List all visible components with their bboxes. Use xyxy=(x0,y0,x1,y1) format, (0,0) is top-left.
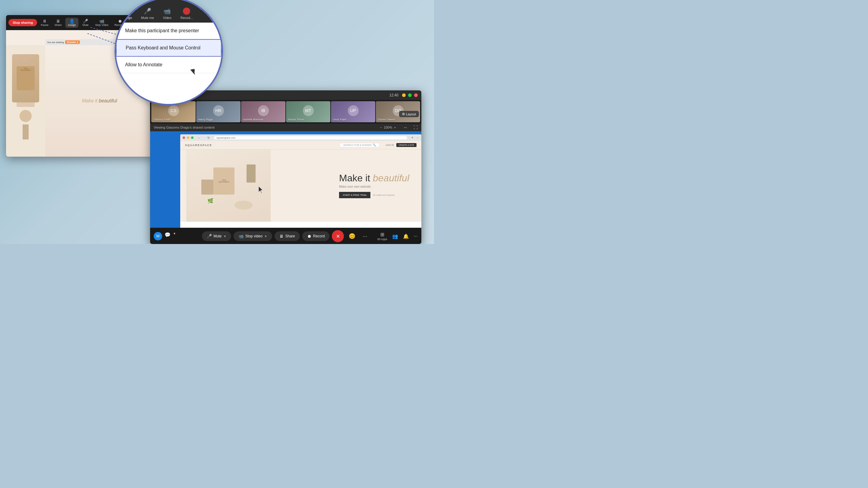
assign-button[interactable]: 👤 Assign xyxy=(65,18,79,28)
maximize-button[interactable] xyxy=(408,93,412,97)
overflow-icon[interactable]: ··· xyxy=(414,233,418,239)
squarespace-content: SQUARESPACE SEARCH FOR A DOMAIN 🔍 LOG IN… xyxy=(180,141,421,222)
assign-icon: 👤 xyxy=(69,19,74,23)
window-controls xyxy=(402,93,418,97)
login-link[interactable]: LOG IN xyxy=(386,144,394,147)
pause-button[interactable]: ⏸ Pause xyxy=(38,18,51,28)
product-image-left: SKINTREATMENT xyxy=(12,54,39,102)
mute-button[interactable]: 🎤 Mute xyxy=(80,18,92,28)
mag-video-label: Video xyxy=(163,16,172,20)
mute-chevron-icon: ▼ xyxy=(223,235,226,238)
product-small xyxy=(201,180,213,195)
webex-bottom-toolbar: W 💬 ▼ 🎤 Mute ▼ 📹 Stop video ▼ 🖥 Share ⏺ … xyxy=(150,228,421,244)
minimize-button[interactable] xyxy=(402,93,406,97)
mag-record-icon xyxy=(183,7,190,15)
squarespace-search[interactable]: SEARCH FOR A DOMAIN 🔍 xyxy=(339,143,379,147)
end-call-button[interactable]: ✕ xyxy=(332,230,344,242)
mute-main-button[interactable]: 🎤 Mute ▼ xyxy=(202,231,231,241)
right-toolbar-icons: ⊞ 83 Apps 👥 🔔 ··· xyxy=(377,232,418,241)
share-icon: 🖥 xyxy=(56,19,60,23)
you-are-sharing-label: You are sharing xyxy=(47,41,64,44)
mag-record-btn[interactable]: Recod... xyxy=(181,7,193,20)
stop-video-main-icon: 📹 xyxy=(239,234,244,238)
stop-video-icon: 📹 xyxy=(99,19,104,23)
record-main-button[interactable]: ⏺ Record xyxy=(302,231,330,241)
mag-cursor xyxy=(190,69,195,76)
make-presenter-item[interactable]: Make this participant the presenter xyxy=(116,23,221,39)
participant-marise[interactable]: MT Marise Torres xyxy=(286,101,330,122)
mag-mute-label: Mute me xyxy=(141,16,154,20)
hero-headline-em: beautiful xyxy=(373,173,409,184)
marise-name: Marise Torres xyxy=(288,118,304,121)
magnifier-menu: Make this participant the presenter Pass… xyxy=(116,23,221,104)
clarissa-name: Clarissa Smith xyxy=(153,118,170,121)
zoom-plus[interactable]: + xyxy=(394,126,396,129)
sync-icon[interactable]: ↔ xyxy=(403,125,407,130)
browser-maximize-dot[interactable] xyxy=(191,136,193,139)
browser-menu-icon[interactable]: ··· xyxy=(416,136,419,139)
cta-area: START A FREE TRIAL No credit card requir… xyxy=(339,192,409,198)
mute-icon: 🎤 xyxy=(83,19,88,23)
browser-refresh-icon[interactable]: ↻ xyxy=(207,136,210,139)
hero-headline: Make it beautiful xyxy=(339,173,409,184)
emoji-button[interactable]: 😊 xyxy=(346,230,358,242)
people-icon[interactable]: 👥 xyxy=(392,233,398,239)
more-options-button[interactable]: ··· xyxy=(360,231,370,242)
allow-annotate-item[interactable]: Allow to Annotate xyxy=(116,57,221,73)
browser-minimize-dot[interactable] xyxy=(187,136,189,139)
mag-video-icon: 📹 xyxy=(163,7,171,15)
record-main-icon: ⏺ xyxy=(307,234,311,238)
share-main-button[interactable]: 🖥 Share xyxy=(275,231,300,241)
mag-mute-btn[interactable]: 🎤 Mute me xyxy=(141,7,154,20)
mag-record-label: Recod... xyxy=(181,16,193,20)
zoom-level: 100% xyxy=(384,126,392,129)
pause-icon: ⏸ xyxy=(42,19,47,23)
stop-sharing-button[interactable]: Stop sharing xyxy=(8,19,37,26)
emoji-icon: 😊 xyxy=(349,233,355,239)
search-placeholder: SEARCH FOR A DOMAIN xyxy=(343,144,371,147)
close-button[interactable] xyxy=(414,93,418,97)
marise-avatar: MT xyxy=(303,105,314,116)
browser-new-tab[interactable]: + xyxy=(411,135,413,140)
stop-video-button[interactable]: 📹 Stop Video xyxy=(93,18,111,28)
stop-video-main-button[interactable]: 📹 Stop video ▼ xyxy=(234,231,272,241)
browser-back-icon[interactable]: ← xyxy=(198,136,201,139)
squarespace-nav: SQUARESPACE SEARCH FOR A DOMAIN 🔍 LOG IN… xyxy=(180,141,421,150)
henry-avatar: HR xyxy=(213,105,224,116)
browser-close-dot[interactable] xyxy=(183,136,185,139)
stop-video-label: Stop Video xyxy=(95,24,108,27)
apps-grid-icon: ⊞ xyxy=(380,232,384,237)
participant-umar[interactable]: UP Umar Patel xyxy=(331,101,375,122)
stop-video-main-label: Stop video xyxy=(245,234,262,238)
share-button[interactable]: 🖥 Share xyxy=(52,18,64,28)
create-site-button[interactable]: CREATE A SITE xyxy=(396,143,416,147)
zoom-minus[interactable]: − xyxy=(380,126,382,129)
browser-titlebar: ← → ↻ squarespace.com + ··· xyxy=(180,134,421,141)
fullscreen-icon[interactable]: ⛶ xyxy=(413,125,418,130)
zoom-controls: − 100% + xyxy=(380,126,396,129)
webex-time: 12:40 xyxy=(390,93,398,97)
share-label: Share xyxy=(55,24,62,27)
participant-isabelle[interactable]: IB Isabelle Brennan xyxy=(241,101,285,122)
layout-label: Layout xyxy=(406,112,416,116)
chevron-small-icon[interactable]: ▼ xyxy=(173,232,176,240)
trial-subtext: No credit card required. xyxy=(373,194,395,196)
webex-main-window: Webex 12:40 CS Clarissa Smith HR Henry R… xyxy=(150,90,421,244)
pass-keyboard-item[interactable]: Pass Keyboard and Mouse Control xyxy=(116,39,221,57)
start-trial-button[interactable]: START A FREE TRIAL xyxy=(339,192,370,198)
apps-label: 83 Apps xyxy=(377,238,387,241)
chat-icon[interactable]: 💬 xyxy=(164,232,170,240)
end-call-icon: ✕ xyxy=(336,233,340,239)
layout-button[interactable]: ⊞ Layout xyxy=(399,111,419,117)
browser-url-bar[interactable]: squarespace.com xyxy=(214,136,407,139)
pause-label: Pause xyxy=(41,24,49,27)
notifications-icon[interactable]: 🔔 xyxy=(403,233,409,239)
search-icon: 🔍 xyxy=(373,144,376,147)
apps-button[interactable]: ⊞ 83 Apps xyxy=(377,232,387,241)
mag-assign-btn[interactable]: 👤 Assign xyxy=(122,7,132,20)
mag-video-btn[interactable]: 📹 Video xyxy=(163,7,172,20)
browser-forward-icon[interactable]: → xyxy=(203,136,206,139)
clarissa-avatar: CS xyxy=(168,105,179,116)
participant-henry[interactable]: HR Henry Riggs xyxy=(196,101,241,122)
product-bottle: SKINTREATMENT xyxy=(213,167,235,195)
